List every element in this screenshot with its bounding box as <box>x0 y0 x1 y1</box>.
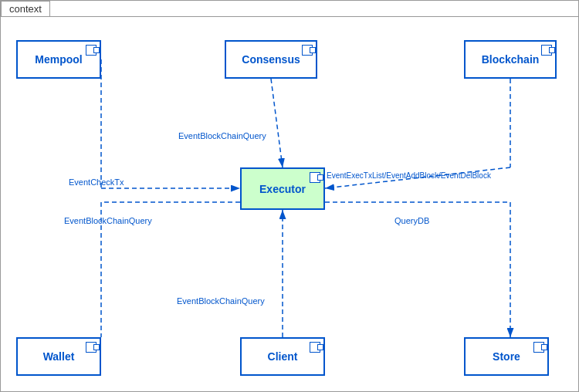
context-tab: context <box>1 1 50 16</box>
label-eventblockchainquery-3: EventBlockChainQuery <box>177 296 265 306</box>
store-label: Store <box>493 350 520 363</box>
store-icon <box>533 342 544 353</box>
client-icon <box>310 342 320 353</box>
wallet-icon <box>86 342 96 353</box>
executor-label: Executor <box>259 183 306 195</box>
consensus-box: Consensus <box>225 40 317 79</box>
diagram-inner: Mempool Consensus Blockchain Executor Wa… <box>1 16 578 391</box>
label-eventexectxlist: EventExecTxList/EventAddBlock/EventDelBl… <box>327 171 491 180</box>
label-eventblockchainquery-2: EventBlockChainQuery <box>64 216 152 225</box>
consensus-label: Consensus <box>242 53 300 66</box>
wallet-label: Wallet <box>43 350 75 363</box>
consensus-icon <box>302 45 313 56</box>
diagram-container: context <box>0 0 579 392</box>
blockchain-box: Blockchain <box>464 40 557 79</box>
executor-icon <box>310 172 320 183</box>
label-eventchecktx: EventCheckTx <box>69 177 124 187</box>
blockchain-label: Blockchain <box>482 53 540 66</box>
executor-box: Executor <box>240 167 325 210</box>
svg-line-1 <box>271 79 283 167</box>
wallet-box: Wallet <box>16 337 101 376</box>
label-querydb: QueryDB <box>394 216 429 225</box>
store-box: Store <box>464 337 549 376</box>
mempool-label: Mempool <box>35 53 82 66</box>
mempool-icon <box>86 45 96 56</box>
context-tab-label: context <box>9 3 42 15</box>
client-box: Client <box>240 337 325 376</box>
mempool-box: Mempool <box>16 40 101 79</box>
client-label: Client <box>268 350 298 363</box>
blockchain-icon <box>541 45 552 56</box>
label-eventblockchainquery-1: EventBlockChainQuery <box>178 131 266 140</box>
